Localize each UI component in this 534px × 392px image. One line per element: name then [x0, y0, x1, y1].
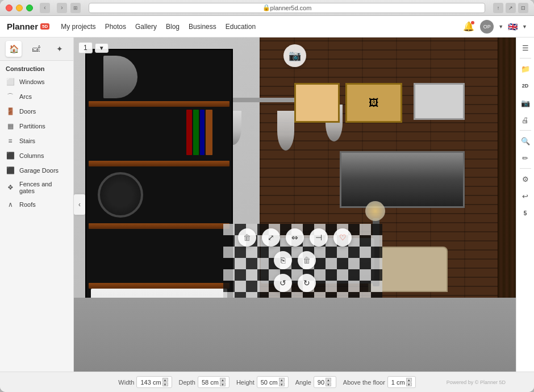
magnify-icon[interactable]: 🔍 [518, 133, 533, 149]
divider-1 [520, 58, 531, 59]
partitions-icon: ▦ [6, 122, 15, 131]
extra-tool-button[interactable]: ✦ [52, 41, 68, 57]
nav-photos[interactable]: Photos [105, 23, 126, 31]
layers-icon[interactable]: 📁 [518, 61, 533, 77]
favorite-button[interactable]: ♡ [333, 228, 352, 247]
floor-height-label: Above the floor [343, 379, 385, 386]
undo-icon[interactable]: ↩ [518, 188, 533, 204]
sidebar-item-stairs[interactable]: ≡ Stairs [0, 134, 73, 148]
rotate-ccw-button[interactable]: ↺ [274, 274, 292, 292]
angle-down[interactable]: ▼ [326, 382, 331, 386]
3d-viewport[interactable]: 1 ▼ 📷 [74, 37, 516, 372]
photo-icon[interactable]: 📷 [518, 95, 533, 111]
logo-badge: 5D [40, 23, 49, 30]
photo-panoramic [340, 151, 465, 208]
height-input[interactable]: 50 cm ▲ ▼ [257, 376, 289, 388]
copy-button[interactable]: ⎘ [274, 251, 292, 269]
nav-education[interactable]: Education [226, 23, 256, 31]
floor-spinner[interactable]: ▲ ▼ [406, 378, 412, 386]
height-up[interactable]: ▲ [279, 378, 285, 382]
end-button[interactable]: ⊣ [310, 228, 328, 247]
flag-icon[interactable]: 🇬🇧 [508, 22, 518, 31]
right-panel: ☰ 📁 2D 📷 🖨 🔍 ✏ ⚙ ↩ 5 [516, 37, 534, 372]
object-controls: 🗑 ⤢ ⇔ ⊣ ♡ ⎘ 🗑 ↺ ↻ [238, 228, 352, 292]
bookmark-icon[interactable]: ↑ [493, 3, 503, 13]
floor-number: 1 [78, 42, 93, 53]
sidebar-item-windows[interactable]: ⬜ Windows [0, 74, 73, 89]
nav-gallery[interactable]: Gallery [135, 23, 157, 31]
width-input[interactable]: 143 cm ▲ ▼ [136, 376, 172, 388]
home-tool-button[interactable]: 🏠 [6, 41, 22, 57]
depth-up[interactable]: ▲ [220, 378, 226, 382]
back-button[interactable]: ‹ [40, 3, 50, 13]
height-down[interactable]: ▼ [279, 382, 285, 386]
forward-button[interactable]: › [57, 3, 67, 13]
move-button[interactable]: ⤢ [262, 228, 280, 247]
nav-right: 🔔 OP ▼ 🇬🇧 ▼ [462, 20, 527, 34]
sidebar-item-garage-doors[interactable]: ⬛ Garage Doors [0, 163, 73, 178]
floor-arrow[interactable]: ▼ [95, 43, 109, 53]
windows-icon: ⬜ [6, 77, 15, 86]
delete-button[interactable]: 🗑 [238, 228, 256, 247]
shelf-4 [89, 283, 230, 289]
gear-icon[interactable]: ⚙ [518, 171, 533, 187]
angle-up[interactable]: ▲ [326, 378, 331, 382]
ctrl-row-top: 🗑 ⤢ ⇔ ⊣ ♡ [238, 228, 352, 247]
address-bar[interactable]: 🔒 planner5d.com [89, 3, 485, 13]
width-down[interactable]: ▼ [162, 382, 168, 386]
left-sidebar: 🏠 🛋 ✦ Construction ⬜ Windows ⌒ Arcs 🚪 Do… [0, 37, 74, 372]
depth-label: Depth [179, 379, 195, 386]
flip-button[interactable]: ⇔ [286, 228, 304, 247]
depth-spinner[interactable]: ▲ ▼ [220, 378, 226, 386]
sidebar-item-fences[interactable]: ❖ Fences and gates [0, 178, 73, 197]
floor-down[interactable]: ▼ [406, 382, 412, 386]
notification-button[interactable]: 🔔 [462, 20, 475, 34]
sidebar-item-partitions[interactable]: ▦ Partitions [0, 119, 73, 134]
nav-blog[interactable]: Blog [166, 23, 180, 31]
floor-up[interactable]: ▲ [406, 378, 412, 382]
grid-button[interactable]: ⊞ [70, 3, 81, 13]
share-icon[interactable]: ↗ [506, 3, 516, 13]
app-logo: Planner 5D [7, 22, 49, 31]
sidebar-section-title: Construction [0, 61, 73, 74]
ctrl-row-bot: ↺ ↻ [274, 274, 316, 292]
notification-dot [471, 21, 474, 24]
render-icon[interactable]: 🖨 [518, 112, 533, 128]
floor-indicator: 1 ▼ [78, 42, 109, 53]
url-lock-icon: 🔒 [262, 4, 270, 11]
number-badge: 5 [518, 205, 533, 221]
height-spinner[interactable]: ▲ ▼ [279, 378, 285, 386]
arcs-icon: ⌒ [6, 92, 15, 101]
menu-panel-icon[interactable]: ☰ [518, 40, 533, 56]
curtain-right [498, 37, 516, 331]
height-group: Height 50 cm ▲ ▼ [236, 376, 289, 388]
stairs-icon: ≡ [6, 136, 15, 145]
furniture-tool-button[interactable]: 🛋 [28, 41, 44, 57]
rotate-cw-button[interactable]: ↻ [298, 274, 316, 292]
trash-button-2[interactable]: 🗑 [298, 251, 316, 269]
floor-lamp-shade [365, 201, 385, 221]
sidebar-item-doors[interactable]: 🚪 Doors [0, 104, 73, 119]
tab-icon[interactable]: ⊡ [518, 3, 528, 13]
avatar[interactable]: OP [480, 20, 494, 34]
depth-input[interactable]: 58 cm ▲ ▼ [198, 376, 230, 388]
nav-my-projects[interactable]: My projects [61, 23, 95, 31]
sidebar-collapse-button[interactable]: ‹ [74, 194, 85, 215]
width-spinner[interactable]: ▲ ▼ [162, 378, 168, 386]
sidebar-item-roofs[interactable]: ∧ Roofs [0, 197, 73, 212]
width-up[interactable]: ▲ [162, 378, 168, 382]
sidebar-item-columns[interactable]: ⬛ Columns [0, 148, 73, 163]
sidebar-item-arcs[interactable]: ⌒ Arcs [0, 89, 73, 104]
pencil-icon[interactable]: ✏ [518, 150, 533, 166]
columns-icon: ⬛ [6, 151, 15, 160]
angle-label: Angle [295, 379, 311, 386]
angle-spinner[interactable]: ▲ ▼ [326, 378, 331, 386]
camera-button[interactable]: 📷 [283, 44, 306, 67]
fullscreen-button[interactable] [26, 5, 33, 11]
nav-business[interactable]: Business [189, 23, 216, 31]
close-button[interactable] [6, 5, 12, 11]
depth-down[interactable]: ▼ [220, 382, 226, 386]
angle-input[interactable]: 90 ▲ ▼ [314, 376, 336, 388]
minimize-button[interactable] [16, 5, 23, 11]
floor-height-input[interactable]: 1 cm ▲ ▼ [387, 376, 416, 388]
